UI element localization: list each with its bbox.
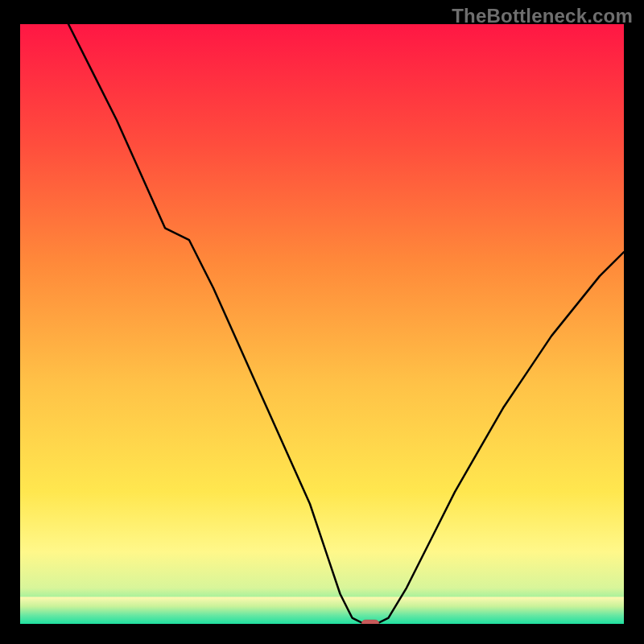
- plot-svg: [20, 24, 624, 624]
- green-band: [20, 597, 624, 624]
- optimum-marker: [361, 620, 379, 624]
- gradient-background: [20, 24, 624, 624]
- plot-area: [20, 24, 624, 624]
- watermark-text: TheBottleneck.com: [452, 5, 633, 27]
- chart-outer-frame: TheBottleneck.com: [0, 0, 644, 644]
